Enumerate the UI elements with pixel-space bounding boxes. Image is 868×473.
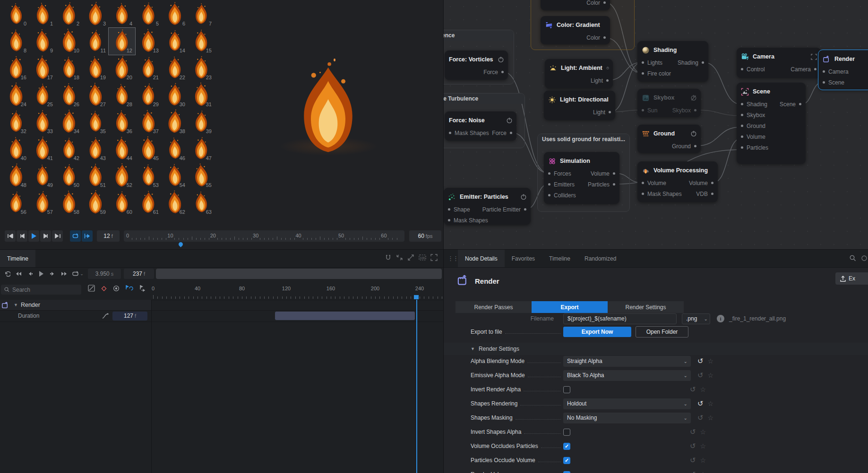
output-port[interactable]: Ground: [672, 143, 696, 150]
input-port[interactable]: Camera: [823, 68, 849, 75]
param-checkbox[interactable]: [563, 429, 570, 436]
range-sync-toggle[interactable]: [82, 230, 93, 242]
input-port[interactable]: Mask Shapes: [449, 130, 489, 136]
fit-view-icon[interactable]: [430, 254, 438, 261]
flipbook-frame[interactable]: 37: [135, 109, 162, 135]
input-port[interactable]: Lights: [642, 59, 662, 66]
extension-dropdown[interactable]: .png⌄: [682, 313, 710, 324]
output-port[interactable]: Color: [586, 0, 606, 6]
node-emitter-particles[interactable]: Emitter: ParticlesShapeParticle EmitterM…: [444, 188, 531, 225]
favorite-star-icon[interactable]: ☆: [700, 386, 706, 393]
output-port[interactable]: Camera: [791, 66, 816, 73]
reset-icon[interactable]: ↺: [697, 357, 704, 365]
details-tab-randomized[interactable]: Randomized: [577, 250, 623, 267]
favorite-star-icon[interactable]: ☆: [708, 414, 714, 422]
timeline-play-icon[interactable]: [37, 270, 45, 278]
details-search-icon[interactable]: [850, 255, 856, 262]
duration-clip-bar[interactable]: [275, 312, 415, 320]
details-tab-node-details[interactable]: Node Details: [458, 250, 505, 267]
timeline-range-bar[interactable]: [156, 269, 442, 279]
flipbook-frame[interactable]: 42: [56, 135, 82, 162]
reset-icon[interactable]: ↺: [697, 399, 704, 408]
reset-icon[interactable]: ↺: [690, 385, 696, 394]
node-ground[interactable]: GroundGround: [637, 125, 701, 153]
output-port[interactable]: Volume: [591, 170, 615, 177]
input-port[interactable]: Shading: [741, 101, 767, 108]
flipbook-frame[interactable]: 58: [56, 189, 82, 216]
flipbook-frame[interactable]: 55: [188, 162, 215, 189]
favorite-star-icon[interactable]: ☆: [700, 456, 706, 464]
output-port[interactable]: VDB: [696, 191, 713, 197]
play-button[interactable]: [28, 230, 39, 242]
flipbook-frame[interactable]: 8: [3, 28, 29, 55]
input-port[interactable]: Skybox: [741, 112, 765, 118]
flipbook-frame[interactable]: 50: [56, 162, 82, 189]
subtab-render-passes[interactable]: Render Passes: [455, 301, 532, 313]
node-shading[interactable]: ShadingLightsShadingFire color: [637, 41, 708, 82]
favorite-star-icon[interactable]: ☆: [708, 372, 714, 379]
flipbook-frame[interactable]: 3: [82, 1, 109, 28]
flipbook-frame[interactable]: 43: [82, 135, 109, 162]
flipbook-frame[interactable]: 29: [135, 82, 162, 109]
disclosure-triangle[interactable]: ▼: [14, 303, 18, 307]
flipbook-frame[interactable]: 9: [29, 28, 56, 55]
param-dropdown[interactable]: Black To Alpha⌄: [563, 370, 691, 381]
flipbook-frame[interactable]: 33: [29, 109, 56, 135]
flipbook-frame[interactable]: 4: [109, 1, 135, 28]
flipbook-frame[interactable]: 11: [82, 28, 109, 55]
flipbook-frame[interactable]: 34: [56, 109, 82, 135]
flipbook-frame[interactable]: 32: [3, 109, 29, 135]
camera-frame-icon[interactable]: [811, 54, 817, 60]
details-tab-timeline[interactable]: Timeline: [542, 250, 577, 267]
flipbook-frame[interactable]: 26: [56, 82, 82, 109]
flipbook-frame[interactable]: 15: [188, 28, 215, 55]
flipbook-frame[interactable]: 41: [29, 135, 56, 162]
node-render[interactable]: RenderCameraScene: [818, 50, 868, 90]
fast-forward-icon[interactable]: [60, 270, 68, 278]
subtab-render-settings[interactable]: Render Settings: [608, 301, 684, 313]
node-scene[interactable]: SceneShadingSceneSkyboxGroundVolumeParti…: [737, 83, 806, 164]
section-disclosure-triangle[interactable]: ▼: [471, 346, 475, 351]
flipbook-frame[interactable]: 21: [135, 55, 162, 82]
loop-toggle[interactable]: [70, 230, 81, 242]
reset-icon[interactable]: ↺: [690, 456, 696, 465]
favorite-star-icon[interactable]: ☆: [700, 428, 706, 436]
power-toggle-icon[interactable]: [498, 56, 504, 63]
flipbook-frame[interactable]: 5: [135, 1, 162, 28]
node-light-ambient[interactable]: Light: AmbientLight: [545, 59, 613, 88]
flipbook-frame[interactable]: 1: [29, 1, 56, 28]
power-toggle-icon[interactable]: [690, 130, 697, 137]
flipbook-frame[interactable]: 38: [162, 109, 188, 135]
node-force-noise[interactable]: Force: NoiseMask ShapesForce: [445, 111, 516, 141]
rewind-icon[interactable]: [14, 270, 23, 278]
output-port[interactable]: Shading: [678, 59, 704, 66]
param-dropdown[interactable]: Straight Alpha⌄: [563, 356, 691, 367]
expand-icon[interactable]: [407, 254, 414, 261]
input-port[interactable]: Shape: [448, 206, 470, 213]
flipbook-frame[interactable]: 10: [56, 28, 82, 55]
favorite-star-icon[interactable]: ☆: [708, 400, 714, 407]
loop-mode-dropdown[interactable]: ⌄: [71, 270, 85, 278]
flipbook-frame[interactable]: 31: [188, 82, 215, 109]
flipbook-frame[interactable]: 18: [56, 55, 82, 82]
param-checkbox[interactable]: [563, 386, 570, 393]
node-color-gradient[interactable]: Color: GradientColor: [541, 16, 610, 44]
node-volume-processing[interactable]: Volume ProcessingVolumeVolumeMask Shapes…: [637, 161, 718, 202]
export-header-button[interactable]: Ex: [835, 272, 868, 285]
input-port[interactable]: Fire color: [642, 70, 671, 77]
flipbook-frame[interactable]: 57: [29, 189, 56, 216]
flipbook-frame[interactable]: 6: [162, 1, 188, 28]
flipbook-frame[interactable]: 19: [82, 55, 109, 82]
open-folder-button[interactable]: Open Folder: [636, 326, 688, 338]
flipbook-frame[interactable]: 22: [162, 55, 188, 82]
flipbook-frame[interactable]: 20: [109, 55, 135, 82]
node-graph-panel[interactable]: encele TurbulenceUses solid ground for r…: [443, 0, 868, 249]
timeline-ruler[interactable]: 04080120160200240: [0, 284, 443, 300]
output-port[interactable]: Force: [483, 69, 504, 76]
flipbook-frame[interactable]: 62: [162, 189, 188, 216]
snap-magnet-icon[interactable]: [385, 254, 392, 261]
output-port[interactable]: Light: [591, 77, 609, 84]
input-port[interactable]: Mask Shapes: [448, 217, 488, 224]
input-port[interactable]: Ground: [741, 123, 765, 129]
subtab-export[interactable]: Export: [532, 301, 608, 313]
